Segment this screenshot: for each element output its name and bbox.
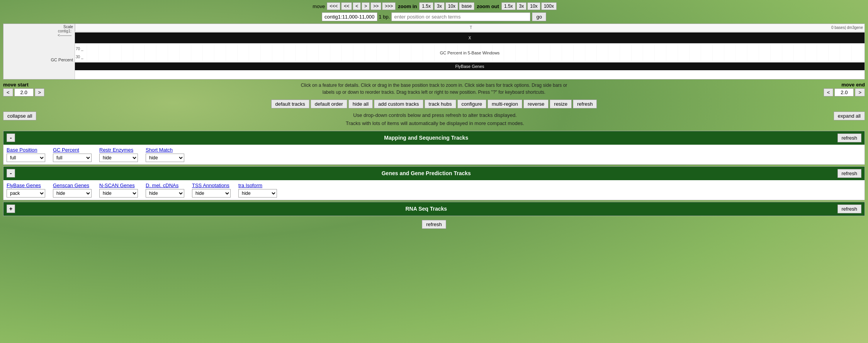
track-item-genes-1: Genscan Geneshidedensesquishpackfull [53,182,92,198]
gc-percent-sidebar-label: GC Percent [3,57,75,63]
track-select-genes-2[interactable]: hidedensesquishpackfull [99,189,138,198]
toggle-btn-rnaseq[interactable]: + [7,204,15,213]
track-item-link-mapping-1[interactable]: GC Percent [53,147,92,153]
track-select-mapping-0[interactable]: hidedensefull [7,154,45,162]
track-title-genes: Genes and Gene Prediction Tracks [18,170,834,176]
bottom-refresh-btn[interactable]: refresh [422,220,446,229]
move-end-input[interactable] [834,88,854,96]
genome-browser[interactable]: Scale contig1: <——— GC Percent 0 bases| … [3,24,865,79]
track-item-link-mapping-2[interactable]: Restr Enzymes [99,147,138,153]
track-item-link-genes-0[interactable]: FlyBase Genes [7,182,45,188]
track-select-genes-1[interactable]: hidedensesquishpackfull [53,189,92,198]
add-custom-tracks-btn[interactable]: add custom tracks [374,100,423,108]
track-item-link-mapping-3[interactable]: Short Match [146,147,184,153]
default-tracks-btn[interactable]: default tracks [271,100,309,108]
track-item-link-genes-4[interactable]: TSS Annotations [192,182,231,188]
track-item-link-genes-5[interactable]: tra Isoform [238,182,277,188]
track-refresh-btn-mapping[interactable]: refresh [837,133,861,142]
track-header-genes: -Genes and Gene Prediction Tracksrefresh [3,167,865,180]
move-far-left-btn[interactable]: <<< [327,2,340,10]
track-select-mapping-2[interactable]: hidedensefull [99,154,138,162]
track-item-genes-4: TSS Annotationshidedensesquishpackfull [192,182,231,198]
track-title-mapping: Mapping and Sequencing Tracks [18,135,834,141]
move-right1-btn[interactable]: > [362,2,370,10]
track-select-genes-5[interactable]: hidedensesquishpackfull [238,189,277,198]
search-input[interactable] [391,12,530,21]
move-end-right-btn[interactable]: > [855,88,865,96]
move-start-right-btn[interactable]: > [35,88,45,96]
track-select-genes-3[interactable]: hidedensesquishpackfull [146,189,184,198]
move-left2-btn[interactable]: << [341,2,352,10]
configure-btn[interactable]: configure [457,100,486,108]
track-item-mapping-2: Restr Enzymeshidedensefull [99,147,138,162]
zoom-in-1-5x-btn[interactable]: 1.5x [419,2,433,10]
default-order-btn[interactable]: default order [311,100,347,108]
track-header-mapping: -Mapping and Sequencing Tracksrefresh [3,131,865,145]
move-end-controls: move end [824,82,865,88]
track-items-genes: FlyBase GeneshidedensesquishpackfullGens… [3,180,865,200]
move-start-left-btn[interactable]: < [3,88,13,96]
move-start-input[interactable] [14,88,34,96]
track-item-genes-3: D. mel. cDNAshidedensesquishpackfull [146,182,184,198]
track-item-link-mapping-0[interactable]: Base Position [7,147,45,153]
scale-label: Scale contig1: <——— [3,24,75,38]
hide-all-btn[interactable]: hide all [348,100,373,108]
move-far-right-btn[interactable]: >>> [382,2,396,10]
collapse-all-btn[interactable]: collapse all [3,112,36,120]
flybase-label: FlyBase Genes [455,64,484,69]
move-label: move [311,3,326,9]
track-refresh-btn-rnaseq[interactable]: refresh [837,204,861,213]
track-item-link-genes-1[interactable]: Genscan Genes [53,182,92,188]
move-end-left-btn[interactable]: < [824,88,834,96]
top-nav: move <<< << < > >> >>> zoom in 1.5x 3x 1… [0,0,868,12]
resize-btn[interactable]: resize [550,100,572,108]
collapse-info-line2: Tracks with lots of items will automatic… [346,120,524,126]
track-title-rnaseq: RNA Seq Tracks [18,206,834,212]
go-button[interactable]: go [532,12,546,21]
toggle-btn-mapping[interactable]: - [7,133,15,142]
top-black-track: X [75,32,865,43]
track-item-link-genes-3[interactable]: D. mel. cDNAs [146,182,184,188]
move-right2-btn[interactable]: >> [370,2,381,10]
zoom-out-100x-btn[interactable]: 100x [541,2,557,10]
track-item-mapping-3: Short Matchhidedensefull [146,147,184,162]
gc-grid [75,44,865,62]
track-refresh-btn-genes[interactable]: refresh [837,169,861,178]
move-row: move start < > Click on a feature for de… [0,80,868,98]
move-left1-btn[interactable]: < [353,2,361,10]
x-label: X [469,36,471,40]
track-select-mapping-1[interactable]: hidedensefull [53,154,92,162]
zoom-out-1-5x-btn[interactable]: 1.5x [501,2,516,10]
track-hubs-btn[interactable]: track hubs [425,100,456,108]
info-line1: Click on a feature for details. Click or… [301,83,567,88]
track-select-genes-0[interactable]: hidedensesquishpackfull [7,189,45,198]
track-section-mapping: -Mapping and Sequencing TracksrefreshBas… [3,131,865,165]
reverse-btn[interactable]: reverse [523,100,549,108]
track-item-mapping-0: Base Positionhidedensefull [7,147,45,162]
zoom-in-10x-btn[interactable]: 10x [445,2,458,10]
zoom-in-3x-btn[interactable]: 3x [434,2,445,10]
multi-region-btn[interactable]: multi-region [488,100,522,108]
zoom-out-label: zoom out [475,3,501,10]
svg-rect-1 [75,44,865,62]
move-start-controls: move start [3,82,44,88]
track-item-link-genes-2[interactable]: N-SCAN Genes [99,182,138,188]
bottom-refresh-area: refresh [0,218,868,231]
zoom-in-base-btn[interactable]: base [459,2,474,10]
t-label: T [470,25,472,30]
collapse-info-line1: Use drop-down controls below and press r… [353,112,516,118]
toggle-btn-genes[interactable]: - [7,169,15,177]
expand-all-btn[interactable]: expand all [834,112,865,120]
move-start-input-row: < > [3,88,44,96]
track-select-genes-4[interactable]: hidedensesquishpackfull [192,189,231,198]
track-section-rnaseq: +RNA Seq Tracksrefresh [3,202,865,216]
refresh-toolbar-btn[interactable]: refresh [573,100,597,108]
scale-text: Scale [5,25,73,29]
contig-label: contig1: [5,29,73,33]
track-sections-container: -Mapping and Sequencing TracksrefreshBas… [0,131,868,216]
track-select-mapping-3[interactable]: hidedensefull [146,154,184,162]
scale-info: 0 bases| dm3gene [831,25,863,30]
zoom-out-10x-btn[interactable]: 10x [527,2,540,10]
zoom-out-3x-btn[interactable]: 3x [516,2,527,10]
move-end-input-row: < > [824,88,865,96]
